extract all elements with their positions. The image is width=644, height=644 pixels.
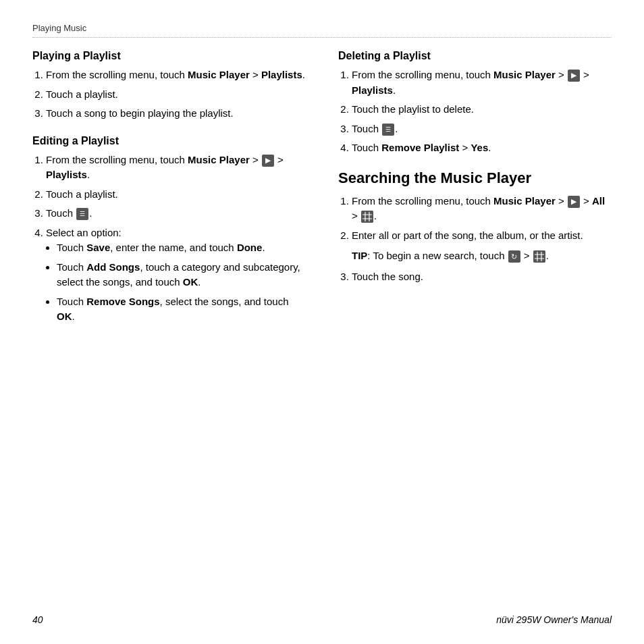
list-item: Touch Save, enter the name, and touch Do… [57, 240, 306, 256]
list-item: Touch a playlist. [46, 187, 306, 203]
grid-icon-2 [533, 250, 545, 263]
list-item: Touch the playlist to delete. [352, 102, 612, 117]
searching-steps: From the scrolling menu, touch Music Pla… [352, 194, 612, 285]
list-item: Touch Add Songs, touch a category and su… [57, 260, 306, 290]
deleting-a-playlist-section: Deleting a Playlist From the scrolling m… [338, 50, 612, 156]
options-list: Touch Save, enter the name, and touch Do… [57, 240, 306, 325]
menu-icon: ☰ [76, 208, 88, 220]
list-item: Touch ☰. [46, 206, 306, 221]
list-item: Touch the song. [352, 269, 612, 285]
svg-rect-5 [533, 250, 545, 263]
list-item: Touch Remove Songs, select the songs, an… [57, 294, 306, 325]
music-player-icon: ▶ [262, 155, 274, 167]
searching-music-player-title: Searching the Music Player [338, 169, 612, 187]
editing-playlist-steps: From the scrolling menu, touch Music Pla… [46, 153, 306, 325]
svg-rect-0 [361, 211, 373, 223]
tip-block: TIP: To begin a new search, touch ↻ > [352, 248, 612, 264]
playing-playlist-steps: From the scrolling menu, touch Music Pla… [46, 68, 306, 122]
page-footer: 40 nüvi 295W Owner's Manual [32, 614, 612, 625]
playing-a-playlist-section: Playing a Playlist From the scrolling me… [32, 50, 306, 122]
deleting-playlist-steps: From the scrolling menu, touch Music Pla… [352, 68, 612, 156]
list-item: Touch Remove Playlist > Yes. [352, 140, 612, 156]
editing-playlist-title: Editing a Playlist [32, 135, 306, 147]
list-item: From the scrolling menu, touch Music Pla… [352, 194, 612, 224]
left-column: Playing a Playlist From the scrolling me… [32, 50, 306, 338]
music-player-icon: ▶ [568, 70, 580, 82]
manual-title: nüvi 295W Owner's Manual [496, 614, 612, 625]
editing-a-playlist-section: Editing a Playlist From the scrolling me… [32, 135, 306, 325]
menu-icon: ☰ [382, 124, 394, 136]
right-column: Deleting a Playlist From the scrolling m… [338, 50, 612, 338]
list-item: Touch a playlist. [46, 87, 306, 103]
playing-playlist-title: Playing a Playlist [32, 50, 306, 62]
list-item: Select an option: Touch Save, enter the … [46, 225, 306, 325]
list-item: From the scrolling menu, touch Music Pla… [46, 68, 306, 83]
list-item: Touch ☰. [352, 122, 612, 137]
two-column-layout: Playing a Playlist From the scrolling me… [32, 50, 612, 338]
back-icon: ↻ [508, 250, 520, 263]
list-item: Touch a song to begin playing the playli… [46, 106, 306, 122]
list-item: Enter all or part of the song, the album… [352, 228, 612, 264]
page-container: Playing Music Playing a Playlist From th… [0, 0, 644, 644]
deleting-playlist-title: Deleting a Playlist [338, 50, 612, 62]
breadcrumb: Playing Music [32, 22, 612, 38]
list-item: From the scrolling menu, touch Music Pla… [352, 68, 612, 98]
music-player-icon: ▶ [568, 196, 580, 208]
list-item: From the scrolling menu, touch Music Pla… [46, 153, 306, 183]
page-number: 40 [32, 614, 43, 625]
searching-music-player-section: Searching the Music Player From the scro… [338, 169, 612, 285]
grid-icon [361, 211, 373, 223]
